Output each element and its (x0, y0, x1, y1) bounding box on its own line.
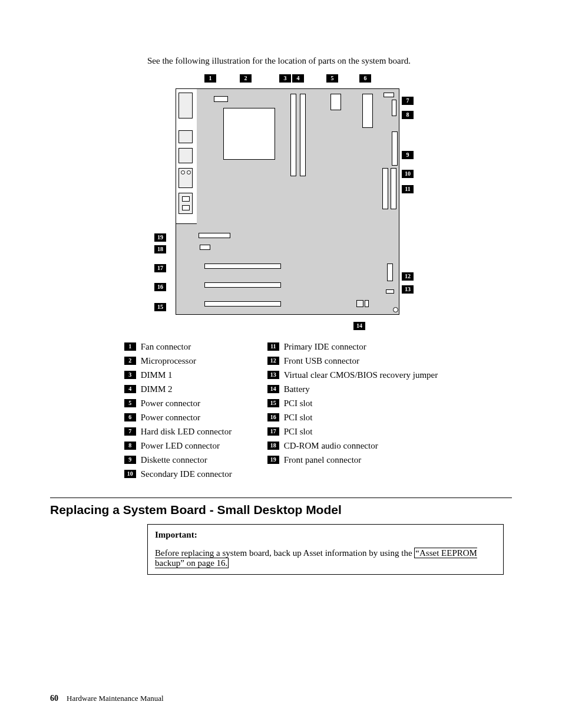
page-number: 60 (50, 694, 58, 703)
number-badge: 19 (267, 456, 279, 464)
callout-2: 2 (240, 74, 252, 83)
number-badge: 11 (267, 342, 279, 351)
legend-row: 8Power LED connector (124, 440, 232, 452)
number-badge: 13 (267, 371, 279, 379)
rear-io-block (176, 88, 197, 224)
part-power-connector-5 (330, 94, 341, 110)
legend-row: 7Hard disk LED connector (124, 426, 232, 437)
callout-15: 15 (154, 303, 166, 311)
part-dimm-1 (290, 94, 296, 176)
note-body: Before replacing a system board, back up… (155, 548, 496, 568)
legend-row: 13Virtual clear CMOS/BIOS recovery jumpe… (267, 369, 438, 381)
number-badge: 15 (267, 399, 279, 407)
callout-16: 16 (154, 283, 166, 291)
callout-4: 4 (292, 74, 304, 83)
legend-col-left: 1Fan connector2Microprocessor3DIMM 14DIM… (124, 341, 232, 480)
callout-7: 7 (402, 97, 414, 105)
legend-text: Power connector (141, 413, 200, 423)
legend-text: Power LED connector (141, 441, 220, 451)
part-front-panel (199, 233, 230, 238)
legend-row: 3DIMM 1 (124, 369, 232, 381)
part-power-connector-6 (362, 94, 373, 128)
callout-19: 19 (154, 233, 166, 242)
part-cd-audio (200, 245, 210, 250)
part-secondary-ide (382, 168, 388, 209)
legend-row: 2Microprocessor (124, 355, 232, 367)
number-badge: 6 (124, 413, 136, 421)
legend-row: 15PCI slot (267, 397, 438, 409)
system-board-diagram: 123456 78910111213 1918171615 14 (148, 74, 414, 334)
legend-text: PCI slot (284, 413, 313, 423)
callout-14: 14 (353, 322, 365, 330)
legend-text: DIMM 2 (141, 384, 173, 394)
legend-text: Battery (284, 384, 310, 394)
legend-row: 18CD-ROM audio connector (267, 440, 438, 452)
callout-5: 5 (326, 74, 338, 83)
legend-text: Front panel connector (284, 455, 362, 465)
legend-row: 10Secondary IDE connector (124, 468, 232, 480)
callout-11: 11 (402, 185, 414, 193)
document-page: See the following illustration for the l… (0, 0, 562, 728)
legend-col-right: 11Primary IDE connector12Front USB conne… (267, 341, 438, 480)
legend-text: Fan connector (141, 342, 191, 352)
callout-10: 10 (402, 170, 414, 178)
legend-text: Microprocessor (141, 356, 196, 366)
part-power-led (392, 100, 396, 116)
number-badge: 7 (124, 427, 136, 436)
part-diskette (392, 131, 398, 166)
number-badge: 1 (124, 342, 136, 351)
part-front-usb (387, 263, 393, 281)
part-hdd-led (384, 93, 394, 97)
legend-text: Primary IDE connector (284, 342, 366, 352)
legend-row: 16PCI slot (267, 411, 438, 423)
callout-12: 12 (402, 272, 414, 281)
legend-row: 5Power connector (124, 397, 232, 409)
callout-6: 6 (359, 74, 371, 83)
part-pci-15 (204, 301, 281, 307)
number-badge: 10 (124, 470, 136, 478)
legend-text: Virtual clear CMOS/BIOS recovery jumper (284, 370, 438, 380)
diagram-container: 123456 78910111213 1918171615 14 (50, 74, 512, 334)
section-rule (50, 498, 512, 498)
part-pci-16 (204, 282, 281, 288)
page-footer: 60 Hardware Maintenance Manual (50, 694, 164, 703)
legend-text: PCI slot (284, 398, 313, 409)
callout-13: 13 (402, 285, 414, 294)
legend-row: 12Front USB connector (267, 355, 438, 367)
number-badge: 18 (267, 442, 279, 450)
legend-text: CD-ROM audio connector (284, 441, 378, 451)
part-microprocessor (223, 108, 275, 160)
callout-9: 9 (402, 151, 414, 159)
legend-text: Diskette connector (141, 455, 207, 465)
legend-text: PCI slot (284, 427, 313, 437)
number-badge: 3 (124, 371, 136, 379)
legend-row: 4DIMM 2 (124, 383, 232, 395)
part-cmos-jumper (386, 289, 394, 294)
number-badge: 17 (267, 427, 279, 436)
part-pci-17 (204, 263, 281, 269)
callout-8: 8 (402, 111, 414, 119)
callout-17: 17 (154, 264, 166, 272)
part-battery (365, 300, 369, 307)
callout-1: 1 (204, 74, 216, 83)
number-badge: 14 (267, 385, 279, 393)
legend-row: 19Front panel connector (267, 454, 438, 466)
legend-row: 17PCI slot (267, 426, 438, 437)
note-title: Important: (155, 530, 496, 540)
legend: 1Fan connector2Microprocessor3DIMM 14DIM… (50, 341, 512, 480)
number-badge: 2 (124, 357, 136, 365)
number-badge: 12 (267, 357, 279, 365)
number-badge: 8 (124, 442, 136, 450)
legend-row: 11Primary IDE connector (267, 341, 438, 353)
part-fan-connector (214, 96, 228, 102)
legend-text: Front USB connector (284, 356, 359, 366)
important-note: Important: Before replacing a system boa… (147, 524, 504, 575)
legend-row: 9Diskette connector (124, 454, 232, 466)
legend-text: Hard disk LED connector (141, 427, 232, 437)
number-badge: 5 (124, 399, 136, 407)
legend-row: 6Power connector (124, 411, 232, 423)
intro-text: See the following illustration for the l… (147, 56, 512, 66)
footer-doc-title: Hardware Maintenance Manual (67, 694, 164, 703)
callout-3: 3 (279, 74, 291, 83)
board-outline (176, 88, 399, 315)
